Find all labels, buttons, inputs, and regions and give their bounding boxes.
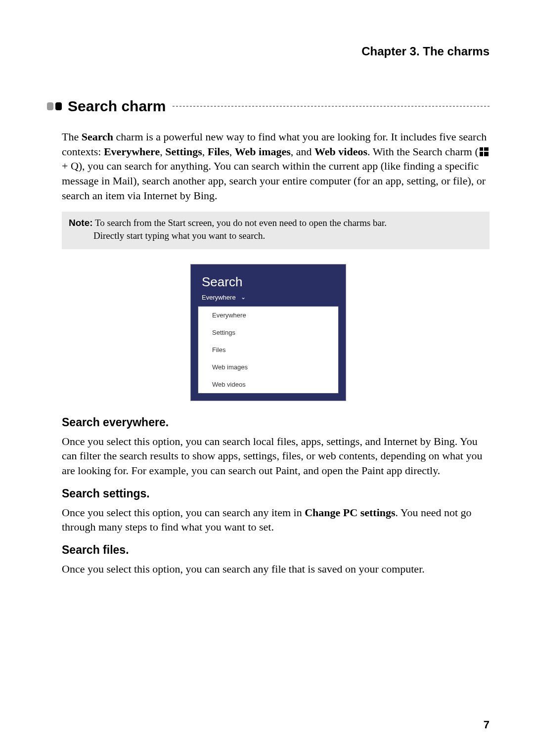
search-scope-options: Everywhere Settings Files Web images Web… — [198, 306, 339, 394]
search-panel-title: Search — [202, 274, 339, 290]
dash-divider — [173, 106, 490, 107]
bold-text: Settings — [165, 145, 202, 158]
note-text-line2: Directly start typing what you want to s… — [69, 229, 483, 242]
dropdown-selected-label: Everywhere — [202, 294, 236, 301]
page-number: 7 — [484, 718, 490, 731]
bold-text: Web videos — [314, 145, 367, 158]
body-settings: Once you select this option, you can sea… — [62, 505, 490, 534]
search-charm-screenshot: Search Everywhere ⌄ Everywhere Settings … — [190, 264, 346, 401]
bold-text: Web images — [235, 145, 291, 158]
note-text: To search from the Start screen, you do … — [93, 218, 387, 228]
screenshot-container: Search Everywhere ⌄ Everywhere Settings … — [47, 264, 490, 401]
text: , — [160, 145, 165, 158]
chapter-header: Chapter 3. The charms — [47, 44, 490, 58]
chevron-down-icon: ⌄ — [241, 294, 246, 301]
text: Once you select this option, you can sea… — [62, 506, 305, 519]
section-title: Search charm — [68, 98, 166, 115]
bold-text: Change PC settings — [305, 506, 395, 519]
option-settings[interactable]: Settings — [198, 324, 338, 341]
text: , and — [291, 145, 314, 158]
option-everywhere[interactable]: Everywhere — [198, 307, 338, 324]
bold-text: Files — [208, 145, 229, 158]
section-title-row: Search charm — [47, 98, 490, 115]
subheading-everywhere: Search everywhere. — [62, 416, 490, 429]
body-files: Once you select this option, you can sea… — [62, 562, 490, 577]
text: , — [202, 145, 208, 158]
option-web-images[interactable]: Web images — [198, 358, 338, 376]
subheading-files: Search files. — [62, 543, 490, 557]
option-web-videos[interactable]: Web videos — [198, 376, 338, 393]
search-scope-dropdown[interactable]: Everywhere ⌄ — [202, 294, 339, 301]
option-files[interactable]: Files — [198, 341, 338, 358]
section-bullets-icon — [47, 102, 62, 110]
text: . With the Search charm ( — [367, 145, 479, 158]
intro-paragraph: The Search charm is a powerful new way t… — [62, 130, 490, 203]
bold-text: Everywhere — [104, 145, 160, 158]
body-everywhere: Once you select this option, you can sea… — [62, 434, 490, 478]
windows-key-icon — [480, 147, 489, 156]
page: Chapter 3. The charms Search charm The S… — [0, 0, 534, 756]
text: + Q), you can search for anything. You c… — [62, 160, 486, 201]
note-box: Note: To search from the Start screen, y… — [62, 212, 490, 249]
subheading-settings: Search settings. — [62, 487, 490, 500]
note-label: Note: — [69, 218, 93, 228]
text: The — [62, 131, 82, 143]
bold-text: Search — [82, 131, 113, 143]
text: , — [229, 145, 235, 158]
